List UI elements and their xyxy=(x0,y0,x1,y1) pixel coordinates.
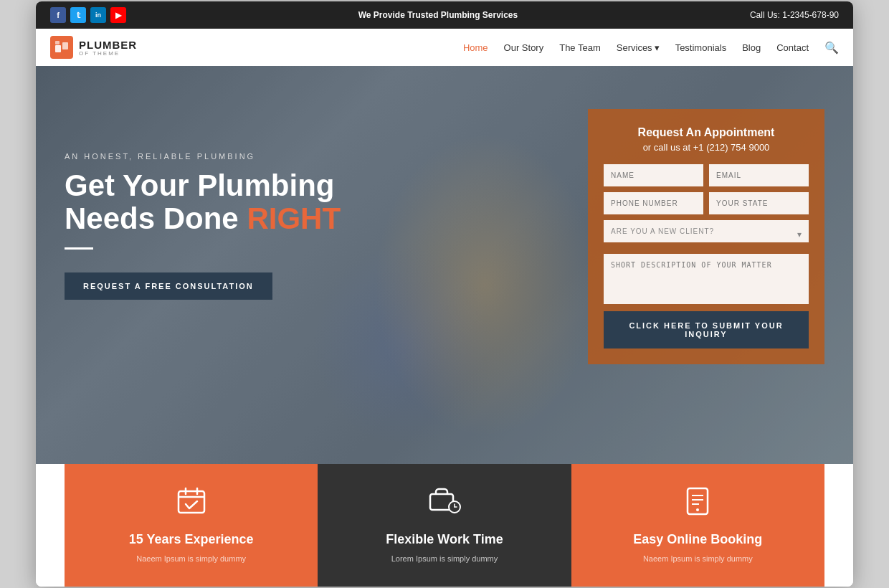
hero-divider xyxy=(65,247,93,250)
linkedin-icon[interactable]: in xyxy=(90,7,106,23)
experience-desc: Naeem Ipsum is simply dummy xyxy=(136,553,246,565)
client-select-wrapper: ARE YOU A NEW CLIENT? YES NO xyxy=(604,220,809,248)
top-tagline: We Provide Trusted Plumbing Services xyxy=(358,10,518,20)
hero-tagline: AN HONEST, RELIABLE PLUMBING xyxy=(65,152,559,161)
flexible-title: Flexible Work Time xyxy=(386,532,503,547)
navbar: PLUMBER OF THEME Home Our Story The Team… xyxy=(36,29,853,66)
hero-right: Request An Appointment or call us at +1 … xyxy=(588,95,824,364)
nav-our-story[interactable]: Our Story xyxy=(504,41,544,54)
svg-point-15 xyxy=(696,508,699,511)
hero-content: AN HONEST, RELIABLE PLUMBING Get Your Pl… xyxy=(36,66,853,464)
state-input[interactable] xyxy=(709,192,809,214)
phone-book-icon xyxy=(682,485,713,523)
nav-the-team[interactable]: The Team xyxy=(559,41,601,54)
nav-home[interactable]: Home xyxy=(463,41,488,54)
hero-title: Get Your Plumbing Needs Done RIGHT xyxy=(65,169,559,235)
calendar-icon xyxy=(176,485,207,523)
logo-brand: PLUMBER xyxy=(79,39,137,51)
submit-inquiry-button[interactable]: CLICK HERE TO SUBMIT YOUR INQUIRY xyxy=(604,311,809,348)
youtube-icon[interactable]: ▶ xyxy=(110,7,126,23)
booking-title: Easy Online Booking xyxy=(633,532,762,547)
form-row-name-email xyxy=(604,164,809,186)
flexible-desc: Lorem Ipsum is simply dummy xyxy=(391,553,498,565)
search-icon[interactable]: 🔍 xyxy=(824,42,839,54)
form-row-phone-state xyxy=(604,192,809,214)
appointment-subtitle: or call us at +1 (212) 754 9000 xyxy=(604,142,809,153)
hero-left: AN HONEST, RELIABLE PLUMBING Get Your Pl… xyxy=(65,95,559,299)
facebook-icon[interactable]: f xyxy=(50,7,66,23)
top-bar: f 𝕥 in ▶ We Provide Trusted Plumbing Ser… xyxy=(36,1,853,29)
svg-rect-1 xyxy=(62,42,68,49)
svg-rect-0 xyxy=(55,45,61,52)
svg-rect-2 xyxy=(55,41,60,44)
hero-title-highlight: RIGHT xyxy=(247,201,341,235)
email-input[interactable] xyxy=(709,164,809,186)
nav-blog[interactable]: Blog xyxy=(742,41,761,54)
consultation-button[interactable]: REQUEST A FREE CONSULTATION xyxy=(65,272,272,300)
twitter-icon[interactable]: 𝕥 xyxy=(70,7,86,23)
dropdown-arrow-icon: ▾ xyxy=(655,42,660,53)
nav-contact[interactable]: Contact xyxy=(776,41,809,54)
logo-svg xyxy=(54,39,70,55)
name-input[interactable] xyxy=(604,164,703,186)
client-select[interactable]: ARE YOU A NEW CLIENT? YES NO xyxy=(604,220,809,242)
logo: PLUMBER OF THEME xyxy=(50,36,137,59)
social-icons: f 𝕥 in ▶ xyxy=(50,7,126,23)
top-phone: Call Us: 1-2345-678-90 xyxy=(750,10,839,20)
experience-title: 15 Years Experience xyxy=(129,532,254,547)
features-bar: 15 Years Experience Naeem Ipsum is simpl… xyxy=(36,464,853,587)
phone-input[interactable] xyxy=(604,192,703,214)
svg-rect-3 xyxy=(179,491,204,513)
description-textarea[interactable] xyxy=(604,254,809,304)
browser-window: f 𝕥 in ▶ We Provide Trusted Plumbing Ser… xyxy=(36,1,853,587)
feature-booking: Easy Online Booking Naeem Ipsum is simpl… xyxy=(571,464,824,587)
feature-experience: 15 Years Experience Naeem Ipsum is simpl… xyxy=(65,464,318,587)
logo-text-block: PLUMBER OF THEME xyxy=(79,39,137,57)
booking-desc: Naeem Ipsum is simply dummy xyxy=(643,553,753,565)
hero-title-line2: Needs Done xyxy=(65,201,247,235)
hero-title-line1: Get Your Plumbing xyxy=(65,169,334,202)
feature-flexible: Flexible Work Time Lorem Ipsum is simply… xyxy=(318,464,571,587)
nav-services[interactable]: Services ▾ xyxy=(617,42,660,53)
hero-section: AN HONEST, RELIABLE PLUMBING Get Your Pl… xyxy=(36,66,853,464)
appointment-title: Request An Appointment xyxy=(604,126,809,139)
appointment-box: Request An Appointment or call us at +1 … xyxy=(588,109,824,364)
nav-links: Home Our Story The Team Services ▾ Testi… xyxy=(463,41,839,54)
logo-icon xyxy=(50,36,73,59)
nav-search[interactable]: 🔍 xyxy=(824,41,839,54)
nav-testimonials[interactable]: Testimonials xyxy=(675,41,727,54)
briefcase-clock-icon xyxy=(427,485,462,523)
logo-sub: OF THEME xyxy=(79,50,137,57)
